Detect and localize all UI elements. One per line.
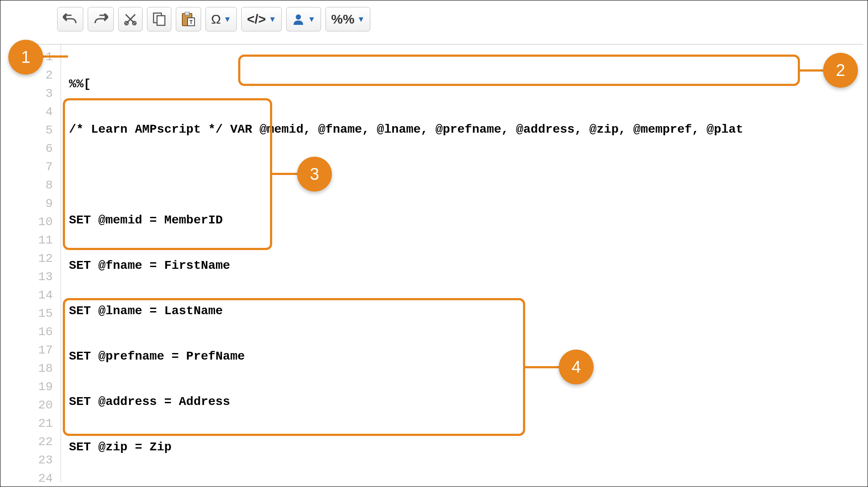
code-line: SET @prefname = PrefName: [69, 347, 863, 366]
code-line: /* Learn AMPscript */ VAR @memid, @fname…: [69, 120, 863, 139]
line-number: 5: [21, 121, 61, 140]
line-number: 24: [21, 470, 61, 487]
callout-2: 2: [823, 53, 858, 88]
paste-text-icon: T: [181, 12, 195, 27]
connector-line: [42, 55, 68, 58]
connector-line: [800, 69, 826, 72]
line-number: 19: [21, 378, 61, 396]
line-number: 11: [21, 231, 61, 250]
code-line: SET @fname = FirstName: [69, 257, 863, 275]
code-line: SET @address = Address: [69, 393, 863, 411]
connector-line: [272, 173, 298, 175]
chevron-down-icon: ▼: [269, 15, 277, 24]
editor-screen: T Ω ▼ </> ▼ ▼ %% ▼ 1 2 3 4 5 6: [0, 0, 868, 487]
undo-icon: [63, 14, 78, 25]
code-editor[interactable]: 1 2 3 4 5 6 7 8 9 10 11 12 13 14 15 16 1…: [21, 44, 863, 482]
connector-line: [525, 366, 560, 368]
personalization-button[interactable]: ▼: [286, 7, 321, 31]
line-number: 6: [21, 140, 61, 158]
svg-rect-3: [157, 16, 165, 25]
line-number: 20: [21, 396, 61, 415]
line-number: 8: [21, 176, 61, 195]
line-number: 17: [21, 341, 61, 360]
code-line: SET @zip = Zip: [69, 438, 863, 456]
line-number: 7: [21, 158, 61, 176]
line-number: 4: [21, 103, 61, 121]
chevron-down-icon: ▼: [223, 15, 231, 24]
undo-button[interactable]: [57, 7, 83, 31]
code-line: SET @memid = MemberID: [69, 211, 863, 230]
code-line: SET @lname = LastName: [69, 302, 863, 320]
svg-rect-5: [185, 12, 189, 15]
omega-icon: Ω: [211, 12, 221, 27]
toolbar: T Ω ▼ </> ▼ ▼ %% ▼: [57, 7, 370, 31]
callout-3: 3: [297, 157, 332, 192]
svg-point-8: [296, 14, 301, 20]
code-line: [69, 166, 863, 184]
paste-as-text-button[interactable]: T: [176, 7, 201, 31]
copy-icon: [153, 12, 166, 26]
source-button[interactable]: </> ▼: [241, 7, 282, 31]
chevron-down-icon: ▼: [308, 15, 315, 24]
code-line: %%[: [69, 75, 863, 93]
percent-percent-icon: %%: [331, 12, 354, 27]
code-icon: </>: [247, 12, 266, 27]
copy-button[interactable]: [147, 7, 171, 31]
special-char-button[interactable]: Ω ▼: [205, 7, 237, 31]
line-number: 21: [21, 415, 61, 433]
scissors-icon: [124, 13, 137, 26]
code-line: SET @mempref = MemPref: [69, 484, 863, 487]
line-number: 16: [21, 323, 61, 341]
line-number: 12: [21, 250, 61, 268]
chevron-down-icon: ▼: [357, 15, 365, 24]
line-number: 23: [21, 451, 61, 470]
code-content[interactable]: %%[ /* Learn AMPscript */ VAR @memid, @f…: [61, 45, 863, 482]
line-number: 10: [21, 213, 61, 231]
cut-button[interactable]: [118, 7, 143, 31]
line-number: 3: [21, 85, 61, 103]
line-number: 14: [21, 286, 61, 305]
line-number: 22: [21, 433, 61, 451]
line-number: 13: [21, 268, 61, 286]
callout-4: 4: [559, 350, 594, 384]
svg-text:T: T: [189, 19, 193, 25]
line-number: 9: [21, 195, 61, 213]
line-number: 18: [21, 360, 61, 378]
person-icon: [292, 13, 305, 26]
line-number-gutter: 1 2 3 4 5 6 7 8 9 10 11 12 13 14 15 16 1…: [21, 45, 61, 482]
redo-icon: [93, 14, 108, 25]
line-number: 15: [21, 305, 61, 323]
variable-button[interactable]: %% ▼: [325, 7, 370, 31]
callout-1: 1: [8, 40, 43, 75]
redo-button[interactable]: [88, 7, 114, 31]
